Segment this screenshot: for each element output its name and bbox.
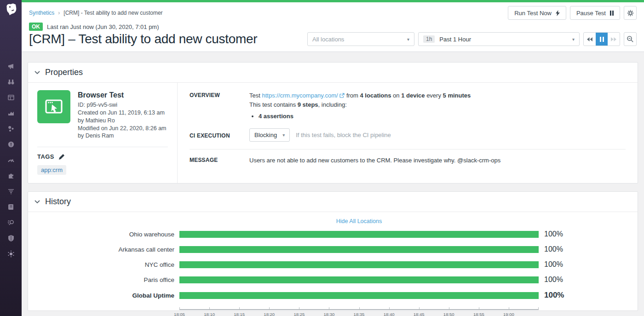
overview-frequency: 5 minutes bbox=[443, 92, 471, 99]
uptime-value: 100% bbox=[539, 245, 563, 253]
magnifier-icon bbox=[627, 35, 634, 43]
time-range-select[interactable]: 1h Past 1 Hour ▾ bbox=[418, 32, 580, 46]
overview-label: OVERVIEW bbox=[190, 91, 249, 121]
axis-tick-label: 18:45 bbox=[414, 312, 425, 316]
fast-forward-button[interactable] bbox=[608, 33, 620, 46]
binoculars-icon[interactable] bbox=[7, 78, 15, 86]
uptime-value: 100% bbox=[539, 260, 563, 269]
lightning-icon bbox=[556, 10, 560, 16]
settings-button[interactable] bbox=[624, 6, 637, 20]
overview-line2: This test contains 9 steps, including: bbox=[249, 100, 626, 109]
test-overview-panel: OVERVIEW Test https://crm.mycompany.com/ bbox=[178, 83, 638, 183]
run-test-now-label: Run Test Now bbox=[514, 10, 552, 17]
breadcrumb-current: [CRM] - Test ability to add new customer bbox=[63, 10, 162, 16]
plugins-puzzle-icon[interactable] bbox=[7, 172, 15, 179]
monitors-alert-icon[interactable] bbox=[7, 140, 15, 148]
zoom-search-button[interactable] bbox=[624, 32, 637, 46]
axis-tick-label: 18:55 bbox=[473, 312, 484, 316]
gear-icon bbox=[627, 10, 634, 17]
uptime-bar[interactable] bbox=[179, 276, 539, 283]
uptime-value: 100% bbox=[539, 230, 563, 238]
apm-gauge-icon[interactable] bbox=[7, 156, 15, 164]
test-info-panel: Browser Test ID: p95-vv5-swi Created on … bbox=[28, 83, 178, 183]
overview-assertions: 4 assertions bbox=[259, 112, 626, 121]
status-row: OK Last ran Just now (Jun 30, 2020, 7:01… bbox=[29, 23, 637, 31]
header-actions: Run Test Now Pause Test bbox=[508, 6, 637, 20]
uptime-bar[interactable] bbox=[179, 261, 539, 268]
overview-bullet-list: 4 assertions bbox=[259, 112, 626, 121]
datadog-logo-icon[interactable] bbox=[4, 2, 18, 17]
uptime-value: 100% bbox=[539, 276, 563, 284]
time-range-label: Past 1 Hour bbox=[439, 36, 572, 43]
test-modified-by: by Denis Ram bbox=[78, 132, 167, 140]
axis-tick-label: 18:25 bbox=[293, 312, 305, 316]
datadog-bits-icon bbox=[4, 3, 18, 17]
notebooks-icon[interactable] bbox=[7, 203, 15, 211]
overview-text: Test bbox=[249, 92, 260, 99]
app-root: Synthetics › [CRM] - Test ability to add… bbox=[0, 0, 644, 316]
chevron-down-icon: ▾ bbox=[407, 37, 409, 42]
message-label: MESSAGE bbox=[190, 156, 249, 165]
status-badge: OK bbox=[29, 23, 43, 31]
test-url-link[interactable]: https://crm.mycompany.com/ bbox=[262, 92, 338, 99]
view-controls: All locations ▾ 1h Past 1 Hour ▾ bbox=[307, 32, 637, 46]
uptime-row: Arkansas call center 100% bbox=[28, 245, 638, 253]
chevron-down-icon bbox=[34, 200, 40, 204]
uptime-bar[interactable] bbox=[179, 246, 539, 253]
pause-test-label: Pause Test bbox=[576, 10, 606, 17]
app-sidebar bbox=[0, 0, 22, 316]
overview-text: on bbox=[393, 92, 399, 99]
uptime-bar[interactable] bbox=[179, 292, 539, 299]
synthetics-icon[interactable] bbox=[7, 218, 15, 226]
tag-chip[interactable]: app:crm bbox=[37, 165, 66, 175]
location-label: Global Uptime bbox=[28, 292, 179, 299]
pause-test-button[interactable]: Pause Test bbox=[570, 6, 620, 20]
chevron-down-icon bbox=[34, 71, 40, 75]
overview-row: OVERVIEW Test https://crm.mycompany.com/ bbox=[190, 91, 626, 121]
hide-all-locations-link[interactable]: Hide All Locations bbox=[179, 218, 539, 224]
rewind-button[interactable] bbox=[584, 33, 596, 46]
metrics-chart-icon[interactable] bbox=[7, 109, 15, 117]
ci-execution-row: CI EXECUTION Blocking ▾ If this test fai… bbox=[190, 128, 626, 142]
network-map-icon[interactable] bbox=[7, 250, 15, 258]
overview-text: This test contains bbox=[249, 101, 296, 108]
axis-tick-label: 18:05 bbox=[174, 312, 185, 316]
ci-blocking-select[interactable]: Blocking ▾ bbox=[249, 128, 290, 142]
axis-tick-label: 18:30 bbox=[324, 312, 335, 316]
history-card: History Hide All Locations Ohio warehous… bbox=[28, 191, 638, 311]
integrations-icon[interactable] bbox=[7, 125, 15, 132]
external-link-icon[interactable] bbox=[339, 93, 345, 98]
divider bbox=[190, 149, 626, 149]
megaphone-icon[interactable] bbox=[7, 62, 15, 70]
locations-select[interactable]: All locations ▾ bbox=[307, 32, 414, 46]
test-created-by: by Mathieu Ro bbox=[78, 117, 167, 125]
test-created: Created on Jun 11, 2019, 6:13 am bbox=[78, 109, 167, 117]
sidebar-nav bbox=[7, 62, 15, 258]
security-shield-icon[interactable] bbox=[7, 234, 15, 242]
browser-test-icon bbox=[37, 90, 70, 123]
dashboards-icon[interactable] bbox=[7, 93, 15, 101]
breadcrumb-synthetics-link[interactable]: Synthetics bbox=[29, 10, 54, 16]
uptime-row: Paris office 100% bbox=[28, 276, 638, 284]
uptime-row: NYC office 100% bbox=[28, 260, 638, 269]
uptime-value: 100% bbox=[539, 291, 564, 300]
uptime-row: Ohio warehouse 100% bbox=[28, 230, 638, 238]
overview-text: from bbox=[346, 92, 358, 99]
ci-blocking-value: Blocking bbox=[254, 131, 277, 140]
test-type-title: Browser Test bbox=[78, 90, 167, 100]
uptime-bar[interactable] bbox=[179, 231, 539, 238]
breadcrumb: Synthetics › [CRM] - Test ability to add… bbox=[29, 10, 163, 16]
live-pause-button[interactable] bbox=[596, 33, 608, 46]
location-label: Ohio warehouse bbox=[28, 231, 179, 238]
test-id: ID: p95-vv5-swi bbox=[78, 101, 167, 109]
history-section-header[interactable]: History bbox=[28, 192, 638, 212]
location-label: Paris office bbox=[28, 276, 179, 283]
properties-section-header[interactable]: Properties bbox=[28, 63, 638, 83]
overview-text: every bbox=[426, 92, 441, 99]
chevron-down-icon: ▾ bbox=[282, 132, 285, 139]
log-pipelines-icon[interactable] bbox=[7, 187, 15, 195]
run-test-now-button[interactable]: Run Test Now bbox=[508, 6, 566, 20]
page-content: Properties bbox=[22, 52, 644, 316]
message-text: Users are not able to add new customers … bbox=[249, 156, 626, 165]
edit-pencil-icon[interactable] bbox=[58, 154, 65, 160]
